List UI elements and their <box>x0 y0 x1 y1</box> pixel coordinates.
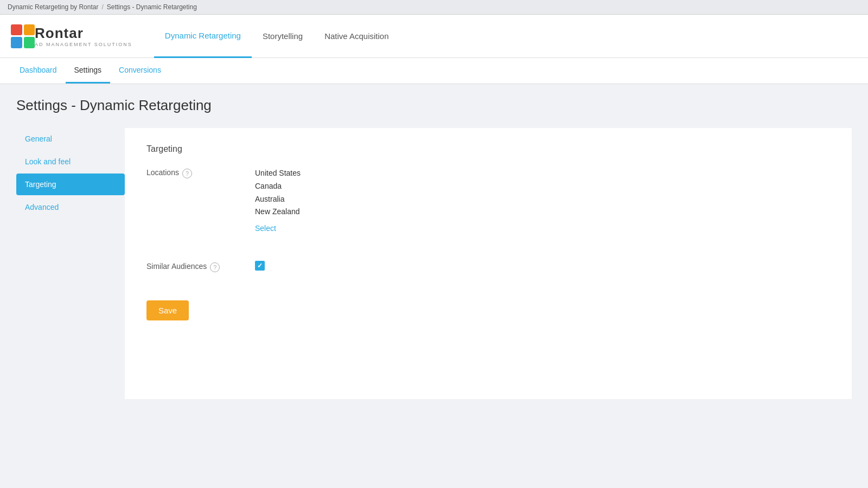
sidebar: General Look and feel Targeting Advanced <box>16 128 125 399</box>
similar-audiences-label-area: Similar Audiences ? <box>146 261 255 272</box>
sidebar-item-look-and-feel[interactable]: Look and feel <box>16 151 125 172</box>
page-title-area: Settings - Dynamic Retargeting <box>0 84 868 123</box>
similar-audiences-label: Similar Audiences <box>146 262 207 271</box>
similar-audiences-row: Similar Audiences ? <box>146 261 830 283</box>
main-content: Targeting Locations ? United States Cana… <box>125 128 852 399</box>
location-item: United States <box>255 167 830 180</box>
nav-native-acquisition[interactable]: Native Acquisition <box>314 15 399 58</box>
logo-text: Rontar AD MANAGEMENT SOLUTIONS <box>35 25 132 47</box>
brand-subtitle: AD MANAGEMENT SOLUTIONS <box>35 42 132 47</box>
logo-area: Rontar AD MANAGEMENT SOLUTIONS <box>11 24 132 48</box>
save-button[interactable]: Save <box>146 300 189 320</box>
main-header: Rontar AD MANAGEMENT SOLUTIONS Dynamic R… <box>0 15 868 58</box>
sub-nav: Dashboard Settings Conversions <box>0 58 868 84</box>
sidebar-item-general[interactable]: General <box>16 128 125 150</box>
app-name: Dynamic Retargeting by Rontar <box>8 3 98 11</box>
tab-conversions[interactable]: Conversions <box>110 58 170 84</box>
similar-audiences-help-icon[interactable]: ? <box>210 262 220 272</box>
logo-icon <box>11 24 35 48</box>
tab-dashboard[interactable]: Dashboard <box>11 58 66 84</box>
nav-storytelling[interactable]: Storytelling <box>252 15 314 58</box>
locations-label-area: Locations ? <box>146 167 255 178</box>
breadcrumb-page: Settings - Dynamic Retargeting <box>107 3 197 11</box>
location-item: Canada <box>255 180 830 193</box>
main-nav: Dynamic Retargeting Storytelling Native … <box>154 15 400 58</box>
nav-dynamic-retargeting[interactable]: Dynamic Retargeting <box>154 15 252 58</box>
locations-label: Locations <box>146 168 179 177</box>
sidebar-item-targeting[interactable]: Targeting <box>16 174 125 195</box>
tab-settings[interactable]: Settings <box>66 58 111 84</box>
page-title: Settings - Dynamic Retargeting <box>16 97 852 114</box>
brand-name: Rontar <box>35 25 132 42</box>
locations-row: Locations ? United States Canada Austral… <box>146 167 830 243</box>
similar-audiences-checkbox[interactable] <box>255 261 265 271</box>
location-item: Australia <box>255 193 830 206</box>
select-location-link[interactable]: Select <box>255 224 276 233</box>
locations-list: United States Canada Australia New Zeala… <box>255 167 830 219</box>
breadcrumb-separator: / <box>101 3 103 11</box>
locations-value: United States Canada Australia New Zeala… <box>255 167 830 233</box>
location-item: New Zealand <box>255 206 830 219</box>
locations-help-icon[interactable]: ? <box>182 169 192 178</box>
section-title: Targeting <box>146 144 830 154</box>
similar-audiences-value <box>255 261 830 271</box>
content-wrapper: General Look and feel Targeting Advanced… <box>0 123 868 415</box>
sidebar-item-advanced[interactable]: Advanced <box>16 196 125 218</box>
browser-bar: Dynamic Retargeting by Rontar / Settings… <box>0 0 868 15</box>
